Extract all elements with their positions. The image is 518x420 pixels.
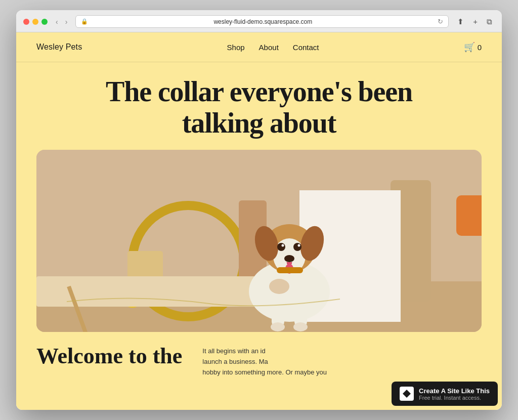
svg-point-26 — [271, 322, 285, 331]
reload-icon[interactable]: ↻ — [438, 18, 443, 25]
url-text: wesley-fluid-demo.squarespace.com — [91, 18, 435, 25]
cart-icon: 🛒 — [464, 41, 475, 53]
browser-actions: ⬆ + ⧉ — [455, 16, 495, 27]
nav-contact[interactable]: Contact — [293, 43, 319, 52]
browser-window: ‹ › 🔒 wesley-fluid-demo.squarespace.com … — [16, 10, 502, 410]
nav-about[interactable]: About — [259, 43, 279, 52]
sq-banner-subtitle: Free trial. Instant access. — [419, 395, 490, 401]
hero-section: The collar everyone's been talking about — [16, 62, 502, 150]
traffic-lights — [23, 19, 48, 25]
squarespace-logo — [400, 387, 414, 401]
hero-title-line1: The collar everyone's been — [106, 76, 412, 107]
sq-banner-title: Create A Site Like This — [419, 387, 490, 395]
svg-point-19 — [282, 244, 284, 247]
hero-title-line2: talking about — [182, 107, 336, 139]
website-content: Wesley Pets Shop About Contact 🛒 0 The c… — [16, 32, 502, 410]
lock-icon: 🔒 — [81, 18, 88, 25]
tabs-button[interactable]: ⧉ — [484, 16, 495, 27]
browser-chrome: ‹ › 🔒 wesley-fluid-demo.squarespace.com … — [16, 10, 502, 32]
welcome-desc-line1: It all begins with an id — [202, 346, 482, 357]
svg-point-27 — [293, 322, 308, 331]
cart-area[interactable]: 🛒 0 — [464, 41, 482, 53]
svg-rect-3 — [456, 195, 482, 236]
hero-illustration — [36, 150, 482, 332]
minimize-button[interactable] — [32, 19, 38, 25]
new-tab-button[interactable]: + — [470, 16, 480, 27]
nav-links: Shop About Contact — [227, 43, 319, 52]
nav-shop[interactable]: Shop — [227, 43, 245, 52]
squarespace-text: Create A Site Like This Free trial. Inst… — [419, 387, 490, 401]
back-button[interactable]: ‹ — [54, 17, 60, 27]
close-button[interactable] — [23, 19, 29, 25]
site-navigation: Wesley Pets Shop About Contact 🛒 0 — [16, 32, 502, 62]
hero-image-background — [36, 150, 482, 332]
svg-point-21 — [284, 255, 294, 262]
site-logo[interactable]: Wesley Pets — [36, 43, 82, 52]
welcome-heading: Welcome to the — [36, 344, 182, 410]
svg-rect-23 — [277, 267, 303, 273]
address-bar[interactable]: 🔒 wesley-fluid-demo.squarespace.com ↻ — [75, 15, 449, 28]
hero-title: The collar everyone's been talking about — [36, 76, 482, 139]
svg-point-18 — [293, 243, 301, 251]
svg-point-17 — [277, 243, 285, 251]
share-button[interactable]: ⬆ — [455, 16, 466, 27]
svg-point-28 — [269, 279, 289, 294]
cart-count: 0 — [478, 43, 482, 52]
browser-controls: ‹ › — [54, 17, 69, 27]
squarespace-banner[interactable]: Create A Site Like This Free trial. Inst… — [392, 382, 498, 406]
welcome-desc-line2: launch a business. Ma — [202, 357, 482, 367]
forward-button[interactable]: › — [63, 17, 70, 27]
hero-image — [36, 150, 482, 332]
welcome-desc-line3: hobby into something more. Or maybe you — [202, 367, 482, 378]
svg-point-20 — [298, 244, 300, 247]
maximize-button[interactable] — [41, 19, 48, 25]
